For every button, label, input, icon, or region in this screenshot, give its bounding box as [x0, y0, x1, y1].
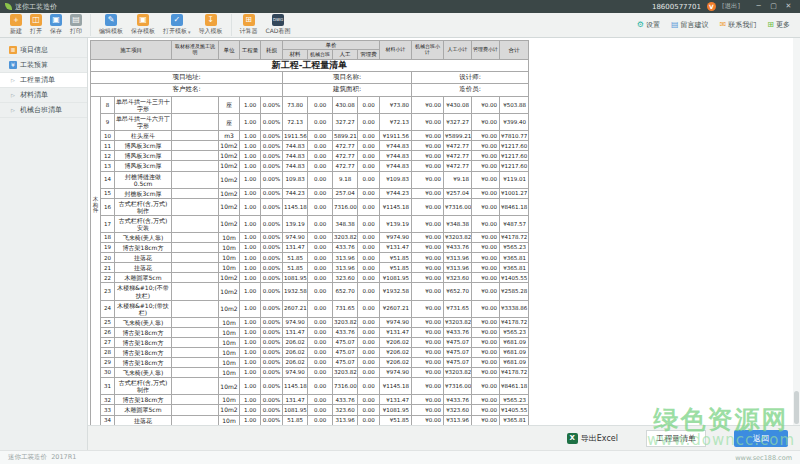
field-project-address[interactable]: 项目地址:	[91, 71, 283, 84]
table-cell[interactable]: 206.02	[283, 358, 308, 368]
table-cell[interactable]: 博风板3cm厚	[115, 141, 172, 151]
table-cell[interactable]: 0.00	[358, 198, 380, 215]
table-cell[interactable]: 挂落花	[115, 253, 172, 263]
table-cell[interactable]: 1.00	[240, 327, 261, 337]
table-cell[interactable]: 0.00%	[261, 253, 283, 263]
table-cell[interactable]: 博风板3cm厚	[115, 151, 172, 161]
table-cell[interactable]: 0.00%	[261, 141, 283, 151]
table-cell[interactable]: 单昂斗拱一斗六升丁字形	[115, 114, 172, 131]
sidebar-item-material-list[interactable]: ▷材料清单	[0, 88, 87, 103]
table-cell[interactable]: ¥0.00	[472, 96, 500, 113]
table-cell[interactable]: 博古架18cm方	[115, 358, 172, 368]
table-cell[interactable]: ¥131.47	[380, 395, 412, 405]
table-cell[interactable]: ¥7810.77	[500, 131, 529, 141]
table-cell[interactable]: 0.00	[358, 253, 380, 263]
table-cell[interactable]: ¥2585.28	[500, 283, 529, 300]
table-cell[interactable]: 0.00	[358, 171, 380, 188]
table-cell[interactable]: ¥0.00	[412, 300, 444, 317]
table-cell[interactable]: 32	[101, 395, 115, 405]
table-cell[interactable]: 0.00%	[261, 283, 283, 300]
table-cell[interactable]: ¥0.00	[412, 358, 444, 368]
table-cell[interactable]: 10m	[219, 253, 240, 263]
table-cell[interactable]: ¥1081.95	[380, 273, 412, 283]
table-cell[interactable]: 10m2	[219, 161, 240, 171]
table-cell[interactable]: 139.19	[283, 215, 308, 232]
table-cell[interactable]: 0.00	[358, 348, 380, 358]
table-cell[interactable]	[172, 253, 219, 263]
sidebar-item-project-info[interactable]: ≣项目信息	[0, 43, 87, 58]
table-cell[interactable]: 29	[101, 358, 115, 368]
table-cell[interactable]: 313.96	[333, 253, 358, 263]
table-cell[interactable]	[172, 283, 219, 300]
table-cell[interactable]: 1.00	[240, 151, 261, 161]
settings-link[interactable]: ⚙设置	[637, 20, 660, 30]
table-cell[interactable]: 古式栏杆(含,万式)安装	[115, 215, 172, 232]
table-cell[interactable]: 10m2	[219, 273, 240, 283]
table-cell[interactable]: 433.76	[333, 327, 358, 337]
field-customer-name[interactable]: 客户姓名:	[91, 84, 283, 97]
table-cell[interactable]: 0.00	[308, 253, 333, 263]
table-cell[interactable]: ¥0.00	[412, 327, 444, 337]
table-cell[interactable]	[172, 141, 219, 151]
maximize-icon[interactable]: ▢	[767, 1, 780, 12]
table-cell[interactable]: 1.00	[240, 161, 261, 171]
table-cell[interactable]: ¥475.07	[444, 348, 472, 358]
table-cell[interactable]: 单昂斗拱一斗三升十字形	[115, 96, 172, 113]
table-cell[interactable]: ¥487.57	[500, 215, 529, 232]
table-cell[interactable]: 0.00	[358, 337, 380, 347]
table-cell[interactable]: ¥1217.60	[500, 161, 529, 171]
table-cell[interactable]: 0.00%	[261, 273, 283, 283]
table-cell[interactable]: 0.00	[308, 171, 333, 188]
table-cell[interactable]	[172, 198, 219, 215]
table-cell[interactable]: ¥206.02	[380, 348, 412, 358]
table-cell[interactable]: ¥565.23	[500, 395, 529, 405]
table-cell[interactable]: 0.00	[358, 188, 380, 198]
table-cell[interactable]: ¥365.81	[500, 415, 529, 425]
table-cell[interactable]: ¥0.00	[472, 161, 500, 171]
table-cell[interactable]: ¥1145.18	[380, 378, 412, 395]
table-cell[interactable]: 10m2	[219, 171, 240, 188]
table-cell[interactable]: ¥475.07	[444, 358, 472, 368]
table-cell[interactable]: 0.00	[308, 378, 333, 395]
table-cell[interactable]: 1081.95	[283, 405, 308, 415]
table-cell[interactable]: ¥0.00	[472, 243, 500, 253]
table-cell[interactable]: ¥681.09	[500, 358, 529, 368]
table-cell[interactable]: ¥652.70	[444, 283, 472, 300]
table-cell[interactable]: 0.00	[358, 395, 380, 405]
table-cell[interactable]: 3203.82	[333, 317, 358, 327]
table-cell[interactable]: ¥0.00	[412, 273, 444, 283]
table-cell[interactable]: 0.00	[358, 358, 380, 368]
table-cell[interactable]: 16	[101, 198, 115, 215]
table-cell[interactable]: ¥2607.21	[380, 300, 412, 317]
table-cell[interactable]: ¥119.01	[500, 171, 529, 188]
table-cell[interactable]: 257.04	[333, 188, 358, 198]
contact-us-link[interactable]: ✉联系我们	[720, 20, 757, 30]
table-cell[interactable]: ¥0.00	[472, 283, 500, 300]
table-cell[interactable]: 472.77	[333, 151, 358, 161]
table-cell[interactable]: ¥131.47	[380, 243, 412, 253]
table-cell[interactable]: ¥257.04	[444, 188, 472, 198]
table-cell[interactable]: ¥51.85	[380, 263, 412, 273]
table-cell[interactable]: 9	[101, 114, 115, 131]
table-cell[interactable]: 0.00	[358, 273, 380, 283]
table-cell[interactable]: ¥0.00	[412, 215, 444, 232]
table-cell[interactable]: 0.00	[308, 263, 333, 273]
table-cell[interactable]: 0.00%	[261, 151, 283, 161]
table-cell[interactable]: 0.00	[308, 273, 333, 283]
table-cell[interactable]: 10m	[219, 415, 240, 425]
table-cell[interactable]: m3	[219, 131, 240, 141]
table-cell[interactable]: 10m	[219, 368, 240, 378]
table-cell[interactable]: 1.00	[240, 188, 261, 198]
table-cell[interactable]: 5899.21	[333, 131, 358, 141]
table-cell[interactable]: 131.47	[283, 243, 308, 253]
scrollbar-thumb[interactable]	[794, 391, 799, 424]
field-designer[interactable]: 设计师:	[412, 71, 529, 84]
table-cell[interactable]: 0.00	[358, 161, 380, 171]
table-cell[interactable]: 0.00%	[261, 161, 283, 171]
table-cell[interactable]: 348.38	[333, 215, 358, 232]
table-cell[interactable]	[172, 151, 219, 161]
table-cell[interactable]: ¥0.00	[412, 395, 444, 405]
field-project-name[interactable]: 项目名称:	[283, 71, 412, 84]
table-cell[interactable]: ¥0.00	[412, 141, 444, 151]
table-cell[interactable]: 博古架18cm方	[115, 337, 172, 347]
